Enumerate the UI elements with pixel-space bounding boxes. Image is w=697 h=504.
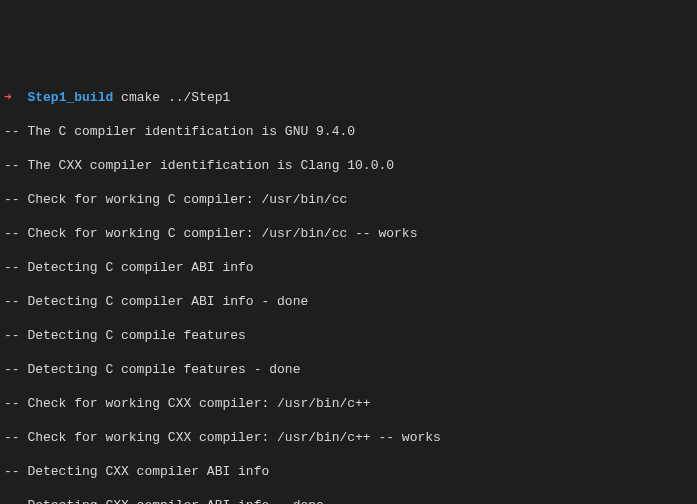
cmake-output-line: -- Check for working C compiler: /usr/bi… bbox=[4, 191, 693, 208]
cmake-output-line: -- Detecting C compiler ABI info - done bbox=[4, 293, 693, 310]
cmake-output-line: -- Check for working C compiler: /usr/bi… bbox=[4, 225, 693, 242]
cmake-output-line: -- The CXX compiler identification is Cl… bbox=[4, 157, 693, 174]
cmake-output-line: -- Detecting C compile features bbox=[4, 327, 693, 344]
prompt-line: ➜ Step1_build cmake ../Step1 bbox=[4, 89, 693, 106]
command: cmake ../Step1 bbox=[121, 90, 230, 105]
cmake-output-line: -- Check for working CXX compiler: /usr/… bbox=[4, 429, 693, 446]
cmake-output-line: -- Detecting CXX compiler ABI info - don… bbox=[4, 497, 693, 504]
cmake-output-line: -- Detecting C compiler ABI info bbox=[4, 259, 693, 276]
cmake-output-line: -- The C compiler identification is GNU … bbox=[4, 123, 693, 140]
cmake-output-line: -- Detecting C compile features - done bbox=[4, 361, 693, 378]
prompt-dir: Step1_build bbox=[27, 90, 113, 105]
prompt-arrow-icon: ➜ bbox=[4, 90, 12, 105]
terminal-output[interactable]: ➜ Step1_build cmake ../Step1 -- The C co… bbox=[4, 72, 693, 504]
cmake-output-line: -- Detecting CXX compiler ABI info bbox=[4, 463, 693, 480]
cmake-output-line: -- Check for working CXX compiler: /usr/… bbox=[4, 395, 693, 412]
